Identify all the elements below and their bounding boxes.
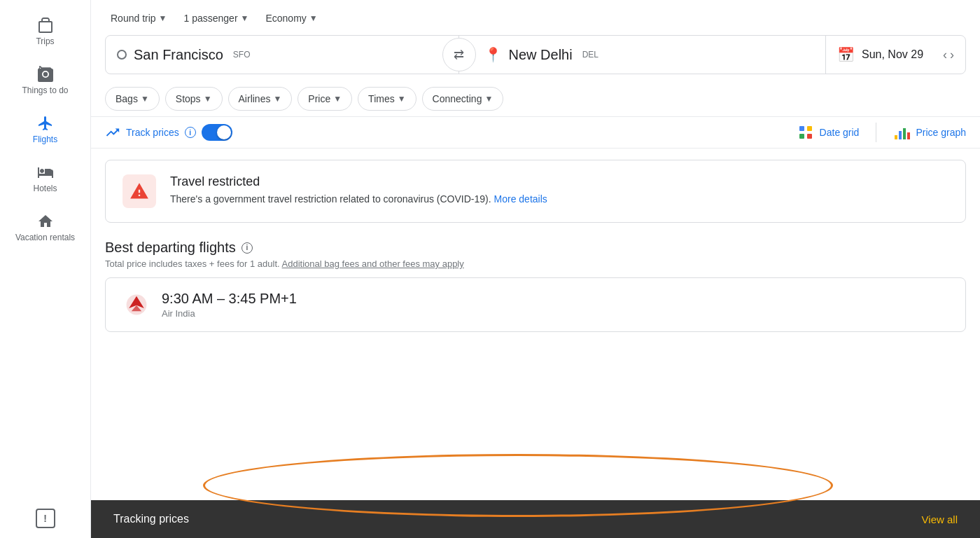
- warning-icon-box: [122, 174, 156, 208]
- filter-stops[interactable]: Stops ▼: [165, 87, 223, 111]
- date-grid-button[interactable]: Date grid: [797, 124, 860, 141]
- origin-city: San Francisco: [134, 47, 223, 63]
- origin-field[interactable]: San Francisco SFO: [106, 36, 459, 74]
- dest-code: DEL: [582, 50, 598, 60]
- tracking-banner-label: Tracking prices: [113, 513, 189, 525]
- divider: [876, 123, 876, 142]
- selected-date: Sun, Nov 29: [862, 48, 923, 61]
- more-details-link[interactable]: More details: [494, 193, 547, 205]
- sidebar-item-hotels[interactable]: Hotels: [0, 154, 90, 203]
- main-content: Round trip ▼ 1 passenger ▼ Economy ▼ San…: [91, 0, 980, 538]
- price-graph-button[interactable]: Price graph: [893, 124, 966, 141]
- svg-rect-3: [807, 134, 812, 139]
- sidebar-item-label: Flights: [33, 134, 57, 144]
- origin-code: SFO: [233, 50, 251, 60]
- flight-icon: [37, 115, 54, 132]
- round-trip-arrow: ▼: [159, 13, 167, 23]
- filter-row: Bags ▼ Stops ▼ Airlines ▼ Price ▼ Times …: [91, 81, 980, 116]
- svg-rect-2: [799, 134, 804, 139]
- travel-restricted-description: There's a government travel restriction …: [170, 193, 547, 205]
- price-arrow: ▼: [333, 94, 342, 104]
- filter-airlines[interactable]: Airlines ▼: [228, 87, 293, 111]
- camera-icon: [37, 66, 54, 83]
- filter-bags[interactable]: Bags ▼: [105, 87, 160, 111]
- connecting-arrow: ▼: [484, 94, 493, 104]
- class-arrow: ▼: [309, 13, 318, 23]
- track-info-icon[interactable]: i: [185, 127, 196, 138]
- additional-fees-link[interactable]: Additional bag fees and other fees may a…: [282, 258, 464, 269]
- trend-icon: [105, 125, 120, 140]
- filter-times[interactable]: Times ▼: [358, 87, 416, 111]
- sidebar-item-label: Vacation rentals: [15, 233, 75, 242]
- sidebar: Trips Things to do Flights Hotels Vacati…: [0, 0, 91, 538]
- swap-icon: ⇄: [454, 47, 464, 62]
- date-field[interactable]: 📅 Sun, Nov 29 ‹ ›: [825, 36, 965, 74]
- view-all-link[interactable]: View all: [922, 513, 958, 525]
- svg-rect-5: [899, 131, 902, 139]
- travel-restricted-card: Travel restricted There's a government t…: [105, 160, 966, 223]
- times-arrow: ▼: [398, 94, 406, 104]
- price-graph-label: Price graph: [916, 127, 966, 138]
- prev-date-icon[interactable]: ‹: [943, 48, 947, 62]
- passenger-button[interactable]: 1 passenger ▼: [178, 8, 254, 28]
- class-button[interactable]: Economy ▼: [260, 8, 323, 28]
- feedback-icon[interactable]: !: [36, 509, 55, 528]
- tracking-banner: Tracking prices View all: [91, 500, 980, 538]
- calendar-icon: 📅: [837, 46, 855, 63]
- house-icon: [37, 213, 54, 230]
- sidebar-item-things-to-do[interactable]: Things to do: [0, 56, 90, 105]
- airline-logo: [122, 291, 150, 319]
- filter-price[interactable]: Price ▼: [298, 87, 352, 111]
- warning-icon: [130, 181, 149, 201]
- swap-button[interactable]: ⇄: [442, 38, 476, 71]
- track-row: Track prices i Date grid: [91, 116, 980, 149]
- stops-arrow: ▼: [204, 94, 212, 104]
- sidebar-item-label: Hotels: [33, 184, 57, 193]
- date-grid-label: Date grid: [820, 127, 860, 138]
- top-controls: Round trip ▼ 1 passenger ▼ Economy ▼: [91, 0, 980, 28]
- round-trip-button[interactable]: Round trip ▼: [105, 8, 172, 28]
- travel-restricted-title: Travel restricted: [170, 174, 547, 189]
- search-bar: San Francisco SFO ⇄ 📍 New Delhi DEL 📅 Su…: [105, 35, 966, 74]
- flight-airline: Air India: [162, 308, 297, 319]
- air-india-logo-icon: [124, 292, 149, 317]
- airlines-arrow: ▼: [273, 94, 281, 104]
- best-flights-subtitle: Total price includes taxes + fees for 1 …: [91, 258, 980, 277]
- origin-marker-icon: [117, 50, 127, 60]
- filter-connecting[interactable]: Connecting ▼: [422, 87, 504, 111]
- track-prices-section[interactable]: Track prices i: [105, 124, 232, 141]
- best-flights-info-icon[interactable]: i: [241, 242, 253, 254]
- flight-details: 9:30 AM – 3:45 PM+1 Air India: [162, 291, 297, 319]
- bag-icon: [37, 17, 54, 34]
- svg-rect-7: [907, 132, 910, 139]
- destination-field[interactable]: 📍 New Delhi DEL: [459, 36, 826, 74]
- sidebar-item-vacation-rentals[interactable]: Vacation rentals: [0, 203, 90, 252]
- next-date-icon[interactable]: ›: [950, 48, 954, 62]
- destination-pin-icon: 📍: [484, 46, 502, 63]
- passenger-arrow: ▼: [241, 13, 249, 23]
- price-graph-icon: [893, 124, 910, 141]
- travel-restricted-content: Travel restricted There's a government t…: [170, 174, 547, 205]
- sidebar-item-label: Trips: [36, 36, 54, 46]
- date-arrows[interactable]: ‹ ›: [943, 48, 954, 62]
- sidebar-item-trips[interactable]: Trips: [0, 7, 90, 56]
- track-right-buttons: Date grid Price graph: [797, 123, 966, 142]
- hotel-icon: [37, 164, 54, 181]
- sidebar-bottom: !: [26, 499, 65, 538]
- best-flights-title: Best departing flights i: [91, 234, 980, 258]
- date-grid-icon: [797, 124, 814, 141]
- svg-rect-0: [799, 126, 804, 131]
- track-toggle[interactable]: [202, 124, 232, 141]
- flight-card[interactable]: 9:30 AM – 3:45 PM+1 Air India: [105, 277, 966, 332]
- svg-rect-6: [903, 128, 906, 139]
- bags-arrow: ▼: [141, 94, 149, 104]
- svg-rect-4: [895, 135, 897, 139]
- flight-times: 9:30 AM – 3:45 PM+1: [162, 291, 297, 307]
- sidebar-item-label: Things to do: [22, 85, 68, 95]
- sidebar-item-flights[interactable]: Flights: [0, 105, 90, 154]
- toggle-knob: [217, 125, 231, 139]
- track-prices-label: Track prices: [126, 127, 179, 138]
- svg-rect-1: [807, 126, 812, 131]
- dest-city: New Delhi: [509, 47, 573, 63]
